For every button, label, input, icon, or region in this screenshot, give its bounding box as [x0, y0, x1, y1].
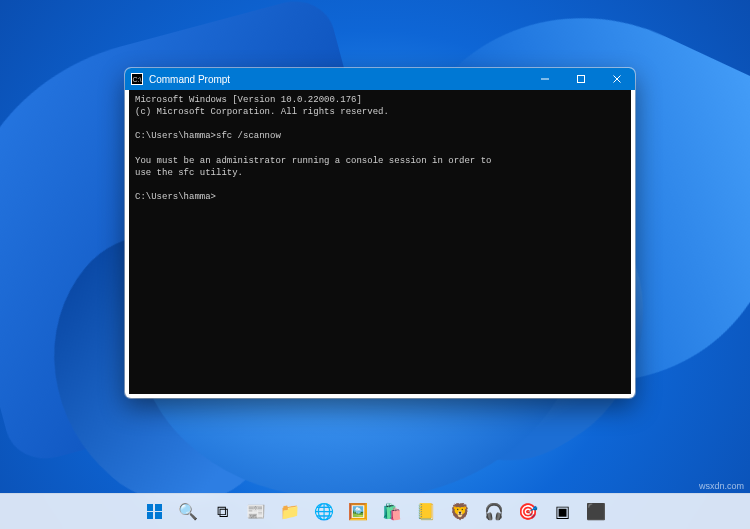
- minimize-icon: [540, 74, 550, 84]
- widgets-icon: 📰: [246, 502, 266, 521]
- taskbar-item-app-1[interactable]: 🎧: [479, 497, 509, 527]
- taskbar-item-task-view[interactable]: ⧉: [207, 497, 237, 527]
- app-2-icon: 🎯: [518, 502, 538, 521]
- window-title: Command Prompt: [149, 74, 230, 85]
- close-button[interactable]: [599, 68, 635, 90]
- taskbar-item-photos[interactable]: 🖼️: [343, 497, 373, 527]
- svg-rect-1: [578, 76, 585, 83]
- maximize-button[interactable]: [563, 68, 599, 90]
- window-controls: [527, 68, 635, 90]
- taskbar-item-store[interactable]: 🛍️: [377, 497, 407, 527]
- close-icon: [612, 74, 622, 84]
- taskbar-item-terminal[interactable]: ▣: [547, 497, 577, 527]
- desktop: C:\ Command Prompt Microsoft Windows [Ve…: [0, 0, 750, 529]
- app-1-icon: 🎧: [484, 502, 504, 521]
- taskbar[interactable]: 🔍⧉📰📁🌐🖼️🛍️📒🦁🎧🎯▣⬛: [0, 493, 750, 529]
- terminal-icon: ▣: [555, 502, 570, 521]
- terminal-output[interactable]: Microsoft Windows [Version 10.0.22000.17…: [129, 90, 631, 394]
- taskbar-item-widgets[interactable]: 📰: [241, 497, 271, 527]
- task-view-icon: ⧉: [217, 503, 228, 521]
- command-prompt-window[interactable]: C:\ Command Prompt Microsoft Windows [Ve…: [125, 68, 635, 398]
- brave-icon: 🦁: [450, 502, 470, 521]
- file-explorer-icon: 📁: [280, 502, 300, 521]
- titlebar[interactable]: C:\ Command Prompt: [125, 68, 635, 90]
- taskbar-item-file-explorer[interactable]: 📁: [275, 497, 305, 527]
- minimize-button[interactable]: [527, 68, 563, 90]
- taskbar-item-edge[interactable]: 🌐: [309, 497, 339, 527]
- taskbar-item-app-2[interactable]: 🎯: [513, 497, 543, 527]
- edge-icon: 🌐: [314, 502, 334, 521]
- taskbar-item-search[interactable]: 🔍: [173, 497, 203, 527]
- taskbar-item-start[interactable]: [139, 497, 169, 527]
- cmd-icon: C:\: [131, 73, 143, 85]
- store-icon: 🛍️: [382, 502, 402, 521]
- windows-logo-icon: [147, 504, 162, 519]
- taskbar-item-cmd[interactable]: ⬛: [581, 497, 611, 527]
- notion-icon: 📒: [416, 502, 436, 521]
- taskbar-item-notion[interactable]: 📒: [411, 497, 441, 527]
- maximize-icon: [576, 74, 586, 84]
- watermark: wsxdn.com: [699, 481, 744, 491]
- cmd-icon: ⬛: [586, 502, 606, 521]
- search-icon: 🔍: [178, 502, 198, 521]
- photos-icon: 🖼️: [348, 502, 368, 521]
- taskbar-item-brave[interactable]: 🦁: [445, 497, 475, 527]
